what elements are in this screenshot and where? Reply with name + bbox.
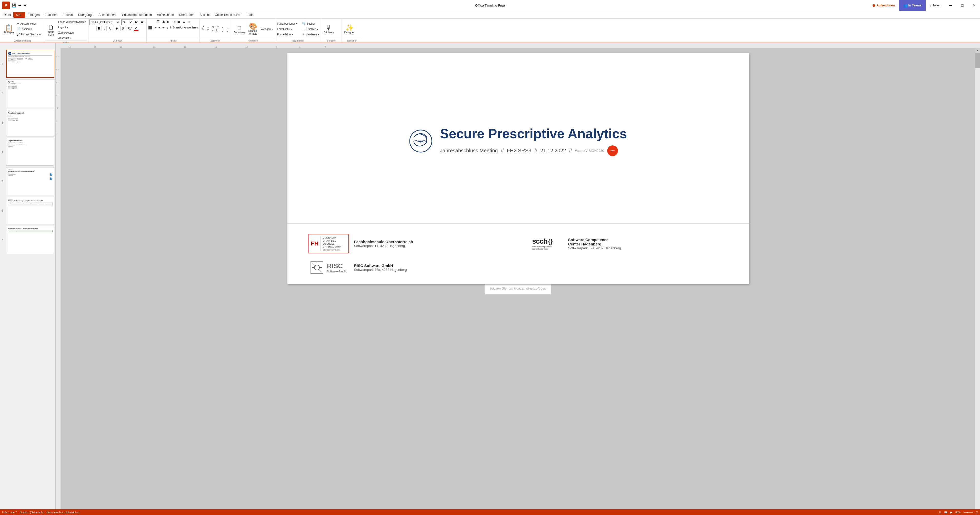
shadow-button[interactable]: S (120, 26, 126, 31)
fit-slide-button[interactable]: ⊡ (976, 511, 978, 514)
designer-button[interactable]: ✨ Designer (343, 23, 356, 35)
slide-thumbnail-2[interactable]: Agenda • 09:00 - 09:30 SPA-Organisatoris… (6, 79, 54, 107)
indent-less-button[interactable]: ⇤ (167, 19, 171, 24)
underline-button[interactable]: U (108, 26, 113, 31)
teams-button[interactable]: 👥 In Teams (899, 0, 926, 11)
justify-button[interactable]: ≡ (162, 25, 165, 30)
select-button[interactable]: ↗ Markieren ▾ (301, 32, 320, 37)
bold-button[interactable]: B (96, 26, 102, 31)
smartart-button[interactable]: In SmartArt konvertieren (170, 26, 199, 29)
increase-font-button[interactable]: A↑ (134, 19, 139, 25)
reuse-slides-button[interactable]: Folien wiederverwenden (57, 19, 87, 24)
slide-thumbnail-7[interactable]: Indikatorenkatalog → Bitte prüfen & upda… (6, 226, 54, 254)
menu-office-timeline[interactable]: Office Timeline Free (212, 12, 245, 18)
slide-canvas[interactable]: spa Secure Prescriptive Analytics Jahres… (288, 53, 749, 284)
maximize-button[interactable]: □ (956, 0, 968, 11)
shape-round-rect[interactable]: ▢ (215, 26, 220, 29)
numbering-button[interactable]: ① (161, 19, 165, 24)
redo-icon[interactable]: ↪ (23, 3, 27, 8)
menu-uebergaenge[interactable]: Übergänge (76, 12, 96, 18)
reset-button[interactable]: Zurücksetzen (57, 30, 87, 35)
slide-count: Folie 1 von 7 (2, 511, 17, 514)
align-left-button[interactable]: ⬛ (148, 25, 153, 30)
columns-button[interactable]: ⊞ (186, 19, 190, 24)
align-right-button[interactable]: ≡ (158, 25, 161, 30)
slide-thumbnail-4[interactable]: Organisatorisches • Kommunikation, Daten… (6, 138, 54, 166)
menu-datei[interactable]: Datei (1, 12, 13, 18)
quick-styles-button[interactable]: 🎨 Schnell- formate (247, 22, 259, 36)
shape-star[interactable]: ★ (210, 29, 215, 32)
italic-button[interactable]: I (103, 26, 107, 31)
slide-thumbnail-5[interactable]: Indikatoren: Kooperations- und Personale… (6, 167, 54, 195)
annotate-button[interactable]: ⏺ Aufzeichnen (868, 0, 899, 11)
menu-aufzeichnen[interactable]: Aufzeichnen (154, 12, 177, 18)
shape-fill-button[interactable]: Vorlagen ▾ (260, 26, 274, 32)
menu-ansicht[interactable]: Ansicht (197, 12, 212, 18)
menu-zeichnen[interactable]: Zeichnen (42, 12, 60, 18)
shape-pentagon[interactable]: ⬠ (206, 29, 210, 32)
menu-start[interactable]: Start (13, 12, 25, 18)
copy-button[interactable]: 📄Kopieren (16, 26, 43, 32)
paste-button[interactable]: 📋 Einfügen (2, 23, 15, 35)
group-label-sprache: Sprache (322, 39, 340, 42)
bullets-button[interactable]: ☰ (156, 19, 160, 24)
text-direction-button[interactable]: ⇄ (177, 19, 181, 24)
close-button[interactable]: ✕ (968, 0, 980, 11)
line-spacing-button[interactable]: ↕ (166, 25, 169, 30)
strikethrough-button[interactable]: S (114, 26, 119, 31)
fill-options-button[interactable]: Füllfarboptionen ▾ (276, 21, 299, 26)
vertical-scrollbar[interactable]: ▲ ▼ (975, 48, 980, 515)
scroll-thumb[interactable] (975, 53, 980, 68)
shape-bracket[interactable]: [] (225, 29, 230, 32)
cut-button[interactable]: ✂Ausschneiden (16, 21, 43, 26)
notes-bar[interactable]: Klicken Sie, um Notizen hinzuzufügen (485, 284, 551, 295)
shape-brace[interactable]: {} (220, 29, 225, 32)
arrange-button[interactable]: ⧉ Anordnen (232, 23, 246, 35)
undo-icon[interactable]: ↩ (18, 3, 22, 8)
menu-ueberpruefen[interactable]: Überprüfen (177, 12, 197, 18)
view-slide-show-button[interactable]: ▶ (950, 511, 952, 514)
font-family-select[interactable]: Calibri (Textkörper) (89, 19, 120, 25)
center-button[interactable]: ≡ (154, 25, 157, 30)
slide-editing-area: spa Secure Prescriptive Analytics Jahres… (61, 48, 975, 515)
slide-thumbnail-1[interactable]: spa Secure Prescriptive Analytics Jahres… (6, 50, 54, 78)
layout-button[interactable]: Layout ▾ (57, 25, 87, 30)
char-spacing-button[interactable]: AV (126, 26, 133, 31)
shape-callout[interactable]: 💬 (215, 29, 220, 32)
shape-line[interactable]: ╱ (201, 26, 205, 29)
share-button[interactable]: ↑ Teilen (926, 0, 945, 11)
align-text-button[interactable]: ≡ (182, 19, 185, 24)
save-icon[interactable]: 💾 (11, 3, 17, 8)
view-reading-button[interactable]: 📖 (944, 511, 947, 514)
record-icon: ⏺ (872, 3, 875, 8)
zoom-slider[interactable]: ━━●━━━ (964, 511, 973, 514)
minimize-button[interactable]: ─ (945, 0, 956, 11)
search-button[interactable]: 🔍 Suchen (301, 21, 320, 26)
slide-thumbnail-3[interactable]: AP1 Projektmanagement • Planung • Status… (6, 109, 54, 136)
indent-more-button[interactable]: ⇥ (172, 19, 176, 24)
shape-circle[interactable]: ○ (220, 26, 225, 29)
menu-praesentation[interactable]: Bildschirmpräsentation (118, 12, 154, 18)
view-normal-button[interactable]: ⊞ (939, 511, 941, 514)
format-painter-button[interactable]: 🖌Format übertragen (16, 32, 43, 37)
menu-hilfe[interactable]: Hilfe (245, 12, 256, 18)
menu-einfuegen[interactable]: Einfügen (25, 12, 42, 18)
shape-curve[interactable]: ⌒ (201, 29, 205, 32)
scroll-up-button[interactable]: ▲ (975, 48, 980, 53)
shape-rect[interactable]: □ (210, 26, 215, 29)
shape-arrow[interactable]: → (206, 26, 210, 29)
new-slide-button[interactable]: 🗋 Neue Folie (45, 23, 57, 37)
decrease-font-button[interactable]: A↓ (140, 19, 145, 25)
shape-effects-button[interactable]: Formeffekte ▾ (276, 32, 299, 37)
section-button[interactable]: Abschnitt ▾ (57, 35, 87, 40)
replace-button[interactable]: ↔ Ersetzen ▾ (301, 26, 320, 32)
font-size-select[interactable]: 24 (121, 19, 133, 25)
menu-entwurf[interactable]: Entwurf (60, 12, 76, 18)
slide-thumbnail-6[interactable]: Indikatoren: Stärkung des Forschungs- un… (6, 197, 54, 225)
dictate-button[interactable]: 🎙 Diktieren (322, 23, 336, 35)
menu-animationen[interactable]: Animationen (96, 12, 118, 18)
slide-num-2: 2 (2, 92, 3, 95)
font-color-button[interactable]: A (134, 26, 138, 31)
shape-more[interactable]: ⋯ (225, 26, 230, 29)
shape-outline-button[interactable]: Formkontur ▾ (276, 26, 299, 32)
